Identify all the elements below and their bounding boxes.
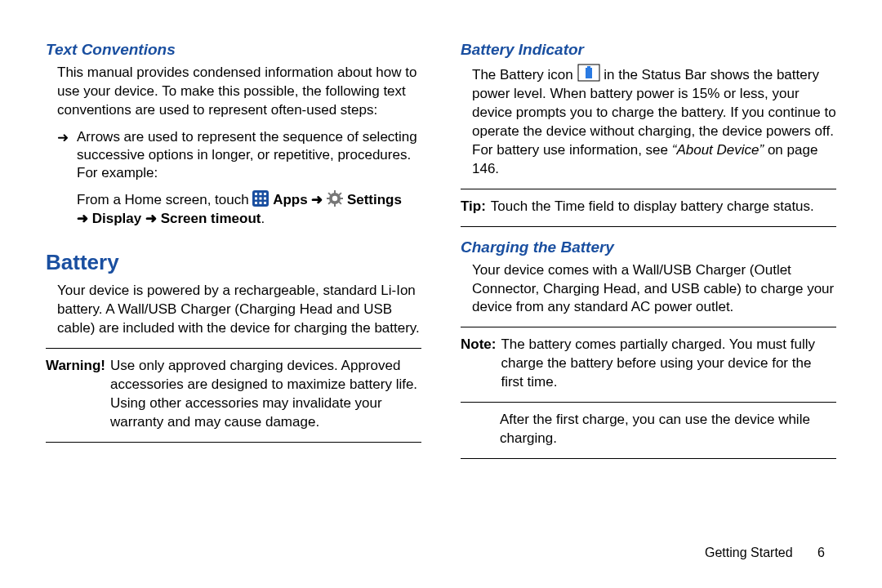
divider: [46, 348, 421, 349]
arrow-icon-3: ➜: [145, 211, 157, 226]
divider: [461, 327, 836, 327]
example-sequence: From a Home screen, touch Apps ➜: [77, 190, 421, 229]
svg-rect-13: [327, 198, 330, 199]
display-label: Display: [92, 211, 141, 226]
example-prefix: From a Home screen, touch: [77, 192, 249, 207]
paragraph-indicator: The Battery icon in the Status Bar shows…: [472, 64, 836, 179]
arrow-icon-1: ➜: [311, 192, 323, 207]
heading-charging: Charging the Battery: [461, 238, 836, 256]
tip-block: Tip: Touch the Time field to display bat…: [461, 198, 836, 216]
tip-label: Tip:: [461, 198, 486, 216]
right-column: Battery Indicator The Battery icon in th…: [461, 41, 836, 467]
svg-point-19: [332, 196, 337, 201]
svg-rect-2: [260, 193, 262, 195]
heading-battery-indicator: Battery Indicator: [461, 41, 836, 59]
warning-body: Use only approved charging devices. Appr…: [110, 357, 421, 432]
battery-icon: [577, 64, 600, 82]
footer-section: Getting Started: [705, 546, 793, 559]
svg-rect-14: [340, 198, 343, 199]
svg-rect-21: [587, 66, 590, 68]
footer-page-number: 6: [817, 546, 825, 559]
svg-rect-1: [255, 193, 257, 195]
divider: [46, 442, 421, 443]
left-column: Text Conventions This manual provides co…: [46, 41, 421, 467]
page-footer: Getting Started 6: [705, 546, 825, 560]
bullet-arrows-text: Arrows are used to represent the sequenc…: [77, 128, 421, 182]
paragraph-charging: Your device comes with a Wall/USB Charge…: [472, 261, 836, 318]
svg-rect-11: [334, 190, 336, 194]
page: Text Conventions This manual provides co…: [0, 0, 882, 588]
settings-gear-icon: [327, 190, 343, 207]
warning-block: Warning! Use only approved charging devi…: [46, 357, 421, 432]
paragraph-battery: Your device is powered by a rechargeable…: [57, 282, 421, 338]
indicator-prefix: The Battery icon: [472, 67, 573, 82]
paragraph-conventions-intro: This manual provides condensed informati…: [57, 64, 421, 120]
heading-battery: Battery: [46, 250, 421, 275]
heading-text-conventions: Text Conventions: [46, 41, 421, 59]
divider: [461, 458, 836, 459]
paragraph-after-charge: After the first charge, you can use the …: [500, 411, 836, 448]
warning-label: Warning!: [46, 357, 105, 432]
screen-timeout-label: Screen timeout: [161, 211, 261, 226]
note-label: Note:: [461, 336, 496, 392]
divider: [461, 189, 836, 189]
columns: Text Conventions This manual provides co…: [46, 41, 836, 467]
right-arrow-icon: ➜: [57, 128, 69, 182]
svg-rect-9: [264, 202, 266, 204]
svg-rect-12: [334, 203, 336, 207]
indicator-ref-italic: “About Device”: [672, 142, 764, 158]
svg-rect-8: [260, 202, 262, 204]
svg-rect-3: [264, 193, 266, 195]
note-body: The battery comes partially charged. You…: [501, 336, 836, 392]
svg-rect-4: [255, 198, 257, 200]
arrow-icon-2: ➜: [77, 211, 88, 226]
divider: [461, 402, 836, 403]
svg-rect-22: [586, 68, 592, 78]
svg-rect-5: [260, 198, 262, 200]
divider: [461, 226, 836, 227]
apps-label: Apps: [273, 192, 308, 207]
settings-label: Settings: [347, 192, 402, 207]
apps-grid-icon: [252, 190, 269, 207]
note-block: Note: The battery comes partially charge…: [461, 336, 836, 392]
svg-rect-6: [264, 198, 266, 200]
svg-rect-7: [255, 202, 257, 204]
tip-body: Touch the Time field to display battery …: [491, 198, 836, 216]
bullet-arrows: ➜ Arrows are used to represent the seque…: [57, 128, 421, 182]
